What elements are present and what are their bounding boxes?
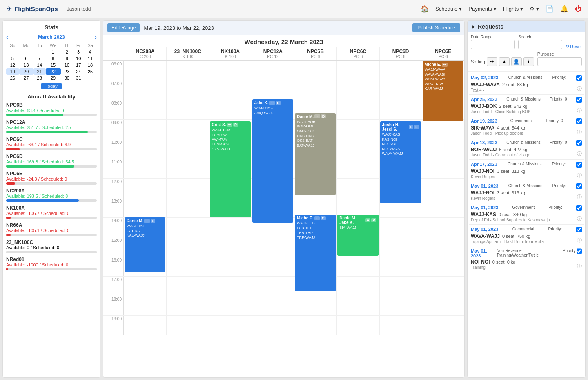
cal-day[interactable]: 21 — [33, 68, 46, 75]
request-item[interactable]: May 01, 2023 Commercial Priority: WAVA-W… — [469, 225, 584, 246]
cal-day[interactable]: 9 — [61, 55, 74, 62]
cal-day[interactable]: 26 — [6, 75, 19, 81]
publish-button[interactable]: Publish Schedule — [412, 23, 460, 32]
home-icon[interactable]: 🏠 — [421, 5, 429, 13]
cal-day[interactable]: 13 — [19, 62, 33, 68]
sort-info-icon[interactable]: ℹ — [523, 57, 534, 66]
cal-day[interactable] — [84, 75, 97, 81]
sort-bell-icon[interactable]: ▲ — [499, 57, 510, 66]
req-checkbox[interactable] — [577, 248, 582, 254]
schedule-content[interactable]: Wednesday, 22 March 2023 NC208AC-20823_N… — [103, 35, 464, 377]
doc-icon[interactable]: 📄 — [546, 5, 554, 13]
cal-day[interactable]: 19 — [6, 68, 19, 75]
req-checkbox[interactable] — [576, 118, 582, 124]
cal-day[interactable]: 22 — [46, 68, 61, 75]
req-info-icon[interactable]: ⓘ — [577, 172, 582, 179]
flight-block[interactable]: Crist S.···PWAJJ-TUMTUM-AWIAWI-TUMTUM-OK… — [210, 121, 251, 217]
flight-block[interactable]: Danie M. Jake K.PPBIA-WAJJ — [337, 215, 378, 256]
req-info-icon[interactable]: ⓘ — [577, 194, 582, 201]
flight-block[interactable]: Jake K.···FWAJJ-AMQAMQ-WAJJ — [252, 99, 293, 223]
cal-day[interactable]: 8 — [46, 55, 61, 62]
time-cell — [422, 237, 464, 257]
cal-day[interactable]: 18 — [84, 62, 97, 68]
today-button[interactable]: Today — [41, 83, 62, 89]
time-label: 17:00 — [103, 277, 124, 296]
request-item[interactable]: May 01, 2023 Church & Missions Priority:… — [469, 181, 584, 203]
request-item[interactable]: Apr 19, 2023 Government Priority: 0 SIK-… — [469, 116, 584, 138]
reset-button[interactable]: ↻ Reset — [566, 44, 582, 49]
sort-plane-icon[interactable]: ✈ — [487, 57, 497, 66]
cal-day[interactable]: 11 — [84, 55, 97, 62]
edit-range-button[interactable]: Edit Range — [107, 23, 140, 32]
cal-day[interactable]: 2 — [61, 49, 74, 55]
bell-icon[interactable]: 🔔 — [560, 5, 568, 13]
req-info-icon[interactable]: ⓘ — [577, 215, 582, 222]
req-seats: 3 seat — [497, 190, 509, 195]
req-checkbox[interactable] — [576, 227, 582, 232]
cal-day[interactable]: 30 — [61, 75, 74, 81]
cal-day[interactable] — [19, 49, 33, 55]
purpose-input[interactable] — [537, 57, 582, 66]
cal-day[interactable]: 31 — [73, 75, 84, 81]
cal-day[interactable]: 23 — [61, 68, 74, 75]
flight-block[interactable]: Danie M.···FWAJJ-CATCAT-NALNAL-WAJJ — [125, 217, 165, 272]
req-info-icon[interactable]: ⓘ — [577, 237, 582, 244]
request-item[interactable]: May 01, 2023 Non-Revenue - Training/Weat… — [469, 246, 584, 272]
cal-day[interactable]: 20 — [19, 68, 33, 75]
pilot-name: Danie M. — [297, 114, 314, 119]
req-info-icon[interactable]: ⓘ — [577, 107, 582, 114]
cal-day[interactable] — [6, 49, 19, 55]
req-checkbox[interactable] — [576, 162, 582, 168]
req-info-icon[interactable]: ⓘ — [577, 85, 582, 92]
cal-day[interactable]: 29 — [46, 75, 61, 81]
flights-nav[interactable]: Flights ▾ — [503, 6, 523, 12]
search-input[interactable] — [518, 40, 562, 49]
cal-day[interactable]: 10 — [73, 55, 84, 62]
request-item[interactable]: May 01, 2023 Government Priority: WAJJ-K… — [469, 203, 584, 225]
request-item[interactable]: Apr 25, 2023 Church & Missions Priority:… — [469, 95, 584, 116]
cal-day[interactable]: 17 — [73, 62, 84, 68]
req-checkbox[interactable] — [576, 75, 582, 81]
req-priority: Priority: — [552, 75, 566, 80]
req-checkbox[interactable] — [576, 140, 582, 146]
cal-day[interactable]: 16 — [61, 62, 74, 68]
date-range-input[interactable] — [471, 40, 515, 49]
schedule-nav[interactable]: Schedule ▾ — [435, 6, 462, 12]
flight-block[interactable]: Joshu H. Jessi S.FFWAJJ-KASKAS-NOINOI-NO… — [380, 121, 421, 204]
payments-nav[interactable]: Payments ▾ — [468, 6, 497, 12]
req-info-icon[interactable]: ⓘ — [577, 150, 582, 157]
cal-prev[interactable]: ‹ — [6, 34, 8, 40]
flight-block[interactable]: Miche E.···CWAJJ-LUBLUB-TERTER-TRPTRP-WA… — [295, 215, 336, 291]
cal-day[interactable]: 12 — [6, 62, 19, 68]
req-checkbox[interactable] — [576, 183, 582, 189]
time-cell — [336, 277, 379, 296]
cal-day[interactable]: 27 — [19, 75, 33, 81]
req-info-icon[interactable]: ⓘ — [577, 263, 582, 270]
cal-next[interactable]: › — [95, 34, 97, 40]
cal-day[interactable]: 5 — [6, 55, 19, 62]
request-item[interactable]: May 02, 2023 Church & Missions Priority:… — [469, 73, 584, 95]
cal-day[interactable]: 15 — [46, 62, 61, 68]
request-item[interactable]: Apr 18, 2023 Church & Missions Priority:… — [469, 138, 584, 160]
cal-day[interactable]: 3 — [73, 49, 84, 55]
cal-day[interactable]: 4 — [84, 49, 97, 55]
request-item[interactable]: Apr 17, 2023 Church & Missions Priority:… — [469, 160, 584, 181]
req-checkbox[interactable] — [576, 97, 582, 103]
cal-day[interactable]: 28 — [33, 75, 46, 81]
cal-day[interactable]: 1 — [46, 49, 61, 55]
cal-day[interactable]: 24 — [73, 68, 84, 75]
cal-day[interactable]: 7 — [33, 55, 46, 62]
flight-block[interactable]: Miche E.···WAJJ-WAVAWAVA-WABIWABI-WAVAWA… — [423, 61, 463, 121]
settings-nav[interactable]: ⚙ ▾ — [530, 6, 539, 12]
req-checkbox[interactable] — [576, 205, 582, 211]
power-icon[interactable]: ⏻ — [575, 5, 581, 13]
cal-day[interactable]: 6 — [19, 55, 33, 62]
requests-list: May 02, 2023 Church & Missions Priority:… — [468, 72, 585, 377]
requests-arrow[interactable]: ▶ — [472, 24, 475, 29]
cal-day[interactable] — [33, 49, 46, 55]
sort-person-icon[interactable]: 👤 — [511, 57, 522, 66]
cal-day[interactable]: 14 — [33, 62, 46, 68]
cal-day[interactable]: 25 — [84, 68, 97, 75]
flight-block[interactable]: Danie M.···DWAJJ-BORBOR-OMBOMB-OKBOKB-OK… — [295, 113, 336, 196]
req-info-icon[interactable]: ⓘ — [577, 129, 582, 136]
